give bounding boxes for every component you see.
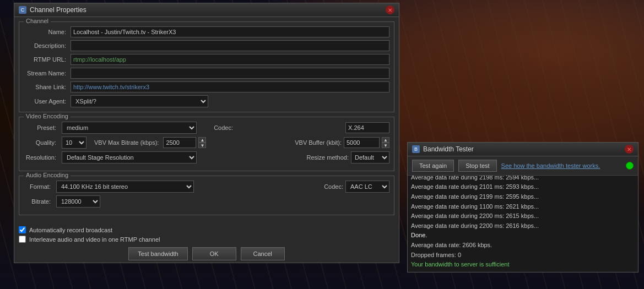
- vbv-up-button[interactable]: ▲: [198, 137, 206, 143]
- codec-label: Codec:: [214, 124, 233, 131]
- share-link-label: Share Link:: [24, 84, 71, 90]
- stream-name-label: Stream Name:: [24, 70, 71, 77]
- codec-section: Codec:: [214, 122, 389, 133]
- bottom-options: Automatically record broadcast Interleav…: [14, 224, 399, 263]
- bitrate-row: Bitrate: 128000 64000 96000 192000: [24, 195, 389, 208]
- interleave-row: Interleave audio and video in one RTMP c…: [19, 236, 394, 243]
- bitrate-select[interactable]: 128000 64000 96000 192000: [56, 195, 100, 208]
- buffer-down-button[interactable]: ▼: [382, 143, 389, 148]
- interleave-checkbox[interactable]: [19, 236, 26, 243]
- log-line: Done.: [411, 231, 635, 241]
- resize-label: Resize method:: [307, 154, 349, 161]
- resize-select[interactable]: Default Bicubic: [351, 151, 389, 163]
- channel-section-label: Channel: [24, 18, 51, 24]
- bandwidth-indicator: [626, 162, 634, 170]
- dialog-title: Channel Properties: [30, 6, 86, 14]
- preset-label: Preset:: [24, 124, 59, 131]
- description-input[interactable]: [71, 40, 389, 51]
- quality-select[interactable]: 10 5 8: [62, 137, 86, 149]
- cancel-button[interactable]: Cancel: [241, 247, 285, 260]
- buffer-spinners: ▲ ▼: [382, 137, 389, 148]
- log-line: Average data rate during 2198 ms: 2594 k…: [411, 176, 635, 182]
- audio-codec-select[interactable]: AAC LC MP3: [345, 181, 389, 193]
- stream-name-input[interactable]: [71, 68, 389, 79]
- resolution-label: Resolution:: [24, 154, 59, 161]
- name-row: Name:: [24, 26, 389, 37]
- log-line: Average data rate during 2200 ms: 2616 k…: [411, 221, 635, 231]
- close-dialog-button[interactable]: ✕: [386, 6, 394, 14]
- log-line: Average data rate during 2101 ms: 2593 k…: [411, 182, 635, 192]
- auto-record-label: Automatically record broadcast: [29, 227, 112, 233]
- preset-select[interactable]: medium fast slow: [62, 122, 197, 134]
- channel-section: Channel Name: Description: RTMP URL: Str…: [19, 21, 394, 112]
- bandwidth-icon: B: [412, 145, 420, 153]
- rtmp-label: RTMP URL:: [24, 56, 71, 63]
- share-link-input[interactable]: [71, 81, 389, 92]
- bandwidth-tester-panel: B Bandwidth Tester ✕ Test again Stop tes…: [407, 142, 638, 272]
- rtmp-input[interactable]: [71, 54, 389, 65]
- quality-row: Quality: 10 5 8 VBV Max Bitrate (kbps): …: [24, 137, 389, 149]
- user-agent-row: User Agent: XSplit/?: [24, 95, 389, 107]
- action-buttons: Test bandwidth OK Cancel: [19, 247, 394, 260]
- bandwidth-help-link[interactable]: See how the bandwidth tester works.: [501, 162, 621, 169]
- auto-record-row: Automatically record broadcast: [19, 226, 394, 233]
- channel-properties-dialog: C Channel Properties ✕ Channel Name: Des…: [14, 3, 399, 263]
- log-line: Dropped frames: 0: [411, 250, 635, 260]
- auto-record-checkbox[interactable]: [19, 226, 26, 233]
- user-agent-label: User Agent:: [24, 98, 71, 105]
- description-row: Description:: [24, 40, 389, 51]
- vbv-input[interactable]: [163, 137, 196, 148]
- rtmp-row: RTMP URL:: [24, 54, 389, 65]
- video-section-label: Video Encoding: [24, 113, 71, 119]
- bandwidth-title-bar: B Bandwidth Tester ✕: [408, 143, 638, 156]
- vbv-spinners: ▲ ▼: [198, 137, 206, 148]
- interleave-label: Interleave audio and video in one RTMP c…: [29, 236, 160, 243]
- stop-test-button[interactable]: Stop test: [458, 160, 496, 172]
- audio-codec-label: Codec:: [324, 183, 343, 190]
- log-line: Your bandwidth to server is sufficient: [411, 260, 635, 270]
- title-left: C Channel Properties: [19, 6, 86, 14]
- name-input[interactable]: [71, 26, 389, 37]
- log-line: Average data rate: 2606 kbps.: [411, 241, 635, 250]
- resolution-select[interactable]: Default Stage Resolution 1280x720 1920x1…: [62, 151, 197, 163]
- vbv-buffer-input[interactable]: [344, 137, 380, 148]
- log-line: Average data rate during 2200 ms: 2615 k…: [411, 211, 635, 221]
- quality-label: Quality:: [24, 139, 59, 146]
- dialog-icon: C: [19, 6, 26, 14]
- video-encoding-section: Video Encoding Preset: medium fast slow …: [19, 117, 394, 171]
- description-label: Description:: [24, 42, 71, 49]
- bitrate-label: Bitrate:: [24, 198, 54, 205]
- bandwidth-log: Average data rate during 1100 ms: 2614 k…: [408, 176, 638, 272]
- buffer-up-button[interactable]: ▲: [382, 137, 389, 143]
- format-select[interactable]: 44.100 KHz 16 bit stereo 48.000 KHz 16 b…: [56, 181, 194, 193]
- log-line: Average data rate during 1100 ms: 2621 k…: [411, 202, 635, 212]
- format-label: Format:: [24, 183, 54, 190]
- name-label: Name:: [24, 29, 71, 35]
- bandwidth-controls: Test again Stop test See how the bandwid…: [408, 156, 638, 176]
- bw-title-left: B Bandwidth Tester: [412, 145, 474, 153]
- format-row: Format: 44.100 KHz 16 bit stereo 48.000 …: [24, 181, 389, 193]
- user-agent-select[interactable]: XSplit/?: [71, 95, 208, 107]
- vbv-down-button[interactable]: ▼: [198, 143, 206, 148]
- codec-input: [345, 122, 389, 133]
- audio-encoding-section: Audio Encoding Format: 44.100 KHz 16 bit…: [19, 176, 394, 215]
- log-line: Average data rate during 2199 ms: 2595 k…: [411, 192, 635, 202]
- preset-row: Preset: medium fast slow Codec:: [24, 122, 389, 134]
- ok-button[interactable]: OK: [192, 247, 236, 260]
- dialog-title-bar: C Channel Properties ✕: [14, 3, 399, 17]
- dialog-body: Channel Name: Description: RTMP URL: Str…: [14, 17, 399, 224]
- resolution-row: Resolution: Default Stage Resolution 128…: [24, 151, 389, 163]
- test-again-button[interactable]: Test again: [412, 160, 454, 172]
- audio-section-label: Audio Encoding: [24, 172, 71, 178]
- share-link-row: Share Link:: [24, 81, 389, 92]
- stream-name-row: Stream Name:: [24, 68, 389, 79]
- test-bandwidth-button[interactable]: Test bandwidth: [128, 247, 187, 260]
- vbv-buffer-label: VBV Buffer (kbit):: [295, 139, 342, 146]
- close-bandwidth-button[interactable]: ✕: [625, 145, 634, 154]
- vbv-label: VBV Max Bitrate (kbps):: [94, 139, 159, 146]
- bandwidth-title: Bandwidth Tester: [423, 145, 474, 153]
